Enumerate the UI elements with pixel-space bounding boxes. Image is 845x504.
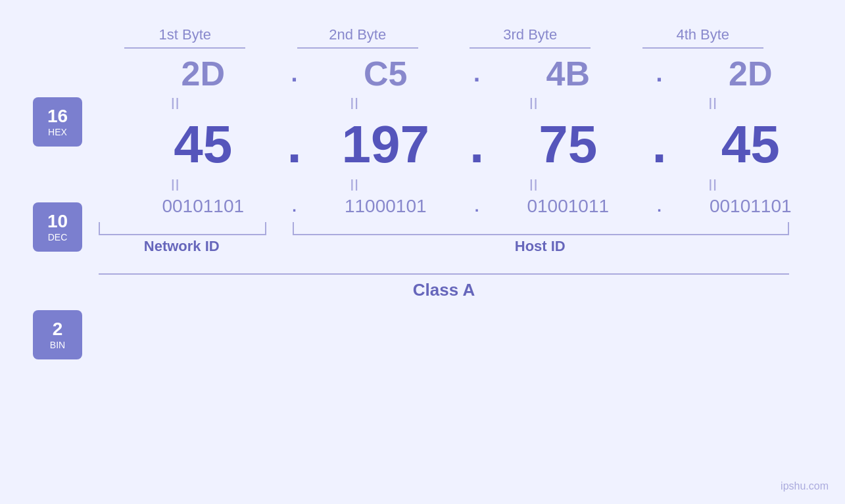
equals-row-1: II II II II — [99, 93, 789, 114]
eq2-1: II — [99, 175, 252, 196]
byte-header-1: 1st Byte — [99, 26, 272, 49]
dec-byte-4: 45 — [673, 114, 829, 175]
bin-byte-1: 00101101 — [125, 196, 281, 217]
hex-byte-3: 4B — [490, 54, 646, 93]
watermark: ipshu.com — [781, 480, 829, 492]
eq1-3: II — [457, 93, 610, 114]
content-layout: 1st Byte 2nd Byte 3rd Byte 4th Byte 2D .… — [26, 13, 819, 491]
network-id-label: Network ID — [99, 238, 265, 255]
bin-byte-4: 00101101 — [673, 196, 829, 217]
hex-dot-1: . — [281, 60, 308, 87]
equals-row-2: II II II II — [99, 175, 789, 196]
bin-dot-1: . — [281, 197, 308, 216]
eq1-1: II — [99, 93, 252, 114]
bin-dot-2: . — [464, 197, 490, 216]
hex-byte-4: 2D — [673, 54, 829, 93]
byte-header-2: 2nd Byte — [272, 26, 445, 49]
eq1-4: II — [637, 93, 790, 114]
byte-header-3: 3rd Byte — [444, 26, 617, 49]
class-label: Class A — [99, 280, 789, 300]
byte-header-4: 4th Byte — [617, 26, 790, 49]
eq1-2: II — [278, 93, 431, 114]
network-id-bracket — [99, 222, 266, 235]
dec-dot-3: . — [646, 114, 673, 175]
dec-byte-3: 75 — [490, 114, 646, 175]
dec-dot-1: . — [281, 114, 308, 175]
class-bracket-line — [99, 273, 789, 275]
byte-headers-row: 1st Byte 2nd Byte 3rd Byte 4th Byte — [99, 26, 789, 49]
hex-byte-1: 2D — [125, 54, 281, 93]
bottom-brackets: Network ID Host ID — [99, 222, 789, 255]
hex-dot-3: . — [646, 60, 673, 87]
bin-row: 00101101 . 11000101 . 01001011 . 0010110… — [53, 196, 829, 217]
bracket-lines — [99, 222, 789, 235]
bin-dot-3: . — [646, 197, 673, 216]
hex-byte-2: C5 — [308, 54, 464, 93]
eq2-3: II — [457, 175, 610, 196]
dec-byte-1: 45 — [125, 114, 281, 175]
bin-byte-2: 11000101 — [308, 196, 464, 217]
eq2-4: II — [637, 175, 790, 196]
dec-row: 45 . 197 . 75 . 45 — [53, 114, 829, 175]
dec-dot-2: . — [464, 114, 490, 175]
hex-dot-2: . — [464, 60, 490, 87]
dec-byte-2: 197 — [308, 114, 464, 175]
main-container: 16 HEX 10 DEC 2 BIN 1st Byte 2nd Byte 3r… — [0, 0, 845, 504]
host-id-bracket — [293, 222, 790, 235]
hex-row: 2D . C5 . 4B . 2D — [53, 54, 829, 93]
bin-byte-3: 01001011 — [490, 196, 646, 217]
eq2-2: II — [278, 175, 431, 196]
id-labels-row: Network ID Host ID — [99, 238, 789, 255]
class-section: Class A — [99, 273, 789, 300]
host-id-label: Host ID — [291, 238, 790, 255]
